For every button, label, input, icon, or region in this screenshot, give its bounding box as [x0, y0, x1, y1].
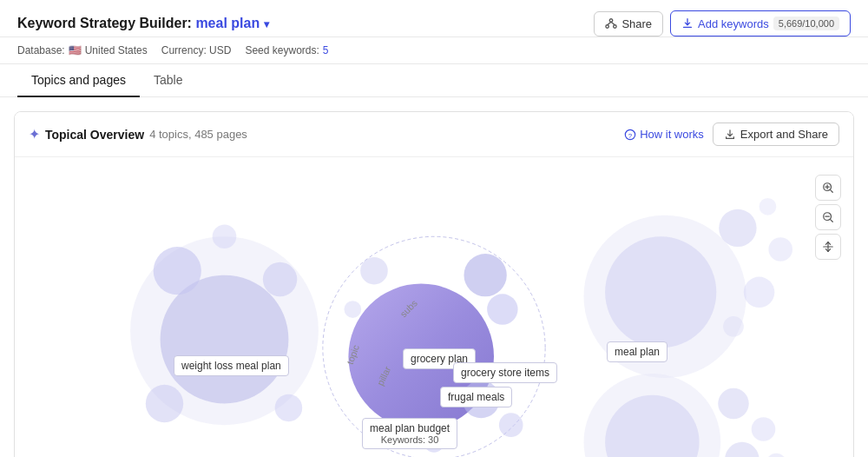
center-bubble-6	[360, 257, 388, 285]
zoom-controls	[815, 175, 841, 260]
header-right: Share Add keywords 5,669/10,000	[594, 10, 851, 36]
export-icon	[724, 129, 736, 141]
left-bubble-1	[154, 247, 201, 295]
svg-line-4	[611, 22, 615, 25]
center-bubble-7	[345, 301, 362, 318]
tab-topics-label: Topics and pages	[31, 73, 126, 87]
how-it-works-label: How it works	[640, 128, 704, 141]
left-bubble-5	[213, 224, 237, 248]
svg-point-1	[606, 25, 609, 29]
topical-title: Topical Overview	[45, 128, 144, 142]
right-bot-dot-2	[752, 417, 776, 441]
frugal-meals-text: frugal meals	[448, 391, 504, 403]
tab-table[interactable]: Table	[140, 64, 196, 97]
zoom-out-icon	[822, 211, 834, 223]
right-bot-dot-4	[766, 454, 786, 457]
sparkle-icon: ✦	[29, 126, 40, 142]
right-dot-1	[719, 209, 756, 247]
right-main-bubble	[605, 236, 716, 348]
meta-bar: Database: 🇺🇸 United States Currency: USD…	[0, 37, 868, 64]
seed-keywords-info: Seed keywords: 5	[245, 44, 328, 56]
svg-point-2	[614, 25, 617, 29]
right-bot-dot-1	[718, 388, 748, 419]
svg-point-0	[610, 19, 614, 23]
label-frugal-meals[interactable]: frugal meals	[440, 387, 512, 407]
label-meal-plan-budget[interactable]: meal plan budget Keywords: 30	[362, 418, 457, 449]
right-dot-2	[768, 237, 792, 262]
svg-line-3	[608, 22, 611, 25]
export-label: Export and Share	[740, 128, 828, 141]
how-it-works-link[interactable]: ? How it works	[624, 128, 704, 141]
left-bubble-3	[146, 385, 183, 422]
center-bubble-4	[499, 413, 523, 437]
seed-keywords-label: Seed keywords:	[245, 44, 319, 56]
add-keywords-button[interactable]: Add keywords 5,669/10,000	[670, 10, 851, 36]
help-circle-icon: ?	[624, 129, 636, 141]
tabs-bar: Topics and pages Table	[0, 64, 868, 97]
tab-topics-and-pages[interactable]: Topics and pages	[17, 64, 140, 97]
topical-overview-header: ✦ Topical Overview 4 topics, 485 pages ?…	[15, 112, 853, 157]
left-bubble-4	[275, 394, 303, 422]
share-icon	[605, 17, 617, 30]
svg-text:?: ?	[628, 131, 633, 139]
currency-info: Currency: USD	[161, 44, 232, 56]
center-bubble-1	[464, 254, 507, 296]
right-dot-3	[744, 277, 774, 308]
weight-loss-meal-plan-text: weight loss meal plan	[181, 360, 281, 372]
add-keywords-label: Add keywords	[698, 17, 769, 30]
meal-plan-text: meal plan	[615, 346, 660, 358]
svg-line-12	[831, 220, 833, 222]
zoom-in-icon	[822, 182, 834, 194]
zoom-out-button[interactable]	[815, 204, 841, 230]
tab-table-label: Table	[154, 73, 182, 87]
label-grocery-store-items[interactable]: grocery store items	[453, 362, 557, 383]
meal-plan-budget-text: meal plan budget	[370, 422, 450, 434]
seed-keywords-link[interactable]: 5	[323, 44, 329, 56]
header-left: Keyword Strategy Builder: meal plan ▾	[17, 16, 269, 31]
title-prefix: Keyword Strategy Builder:	[17, 16, 192, 30]
download-icon	[681, 17, 694, 30]
export-button[interactable]: Export and Share	[713, 123, 839, 146]
left-bubble-2	[263, 262, 297, 296]
database-label: Database:	[17, 44, 65, 56]
topical-header-right: ? How it works Export and Share	[624, 123, 839, 146]
keyword-count: 5,669/10,000	[773, 17, 839, 30]
flag-icon: 🇺🇸	[69, 44, 82, 56]
center-bubble-2	[487, 294, 517, 324]
label-meal-plan[interactable]: meal plan	[607, 341, 667, 362]
page-title: Keyword Strategy Builder: meal plan ▾	[17, 16, 269, 31]
share-label: Share	[621, 17, 652, 30]
share-button[interactable]: Share	[594, 11, 663, 36]
keyword-name: meal plan	[195, 16, 260, 30]
database-info: Database: 🇺🇸 United States	[17, 44, 148, 56]
topical-header-left: ✦ Topical Overview 4 topics, 485 pages	[29, 126, 247, 142]
label-weight-loss-meal-plan[interactable]: weight loss meal plan	[174, 355, 289, 376]
right-dot-4	[723, 316, 744, 337]
right-bot-dot-3	[725, 442, 759, 457]
viz-svg: topic subs pillar	[15, 157, 853, 457]
visualization-area: topic subs pillar weight loss meal plan …	[15, 157, 853, 457]
topical-meta: 4 topics, 485 pages	[149, 128, 247, 141]
right-dot-5	[760, 198, 777, 215]
database-value: United States	[85, 44, 148, 56]
dropdown-arrow-icon[interactable]: ▾	[264, 18, 269, 30]
pan-icon	[822, 241, 834, 253]
keywords-count-text: Keywords: 30	[370, 434, 450, 445]
main-content: ✦ Topical Overview 4 topics, 485 pages ?…	[14, 111, 854, 457]
page-header: Keyword Strategy Builder: meal plan ▾ Sh…	[0, 0, 868, 37]
svg-line-8	[831, 190, 833, 193]
grocery-store-items-text: grocery store items	[461, 367, 549, 379]
zoom-in-button[interactable]	[815, 175, 841, 201]
pan-button[interactable]	[815, 234, 841, 260]
